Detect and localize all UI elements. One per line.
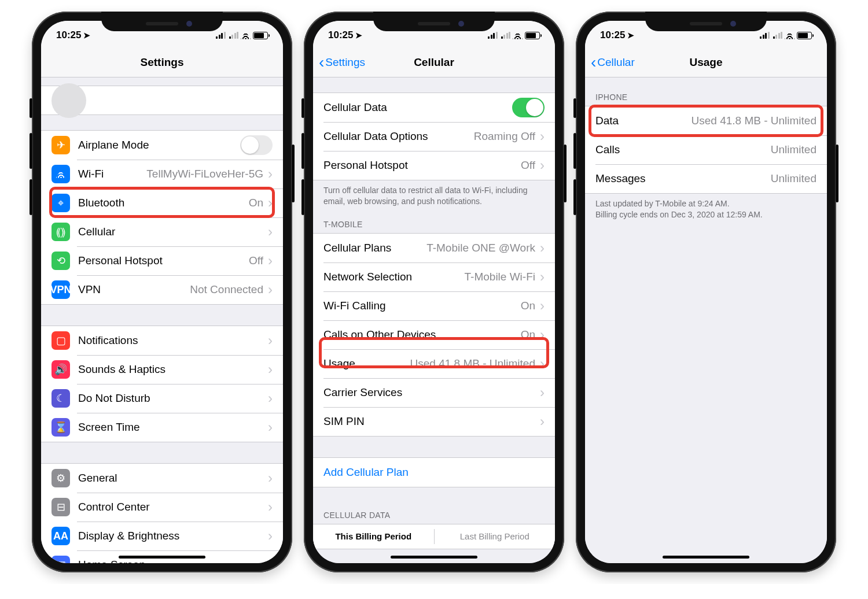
row-general[interactable]: ⚙ General › <box>41 464 283 493</box>
hotspot-icon: ⟲ <box>52 252 70 270</box>
row-calls[interactable]: Calls Unlimited <box>585 135 827 164</box>
vpn-label: VPN <box>78 283 101 296</box>
callsother-label: Calls on Other Devices <box>323 328 436 341</box>
row-usage[interactable]: Usage Used 41.8 MB - Unlimited › <box>313 349 555 378</box>
network-label: Network Selection <box>323 271 412 283</box>
usage-content[interactable]: IPHONE Data Used 41.8 MB - Unlimited Cal… <box>585 77 827 563</box>
home-indicator[interactable] <box>663 556 749 559</box>
signal2-icon <box>501 32 511 39</box>
controlcenter-label: Control Center <box>78 501 150 513</box>
row-add-plan[interactable]: Add Cellular Plan <box>313 458 555 487</box>
airplane-icon: ✈ <box>52 136 70 154</box>
chevron-right-icon: › <box>540 158 545 172</box>
chevron-right-icon: › <box>268 167 273 181</box>
billing-tabs[interactable]: This Billing Period Last Billing Period <box>313 524 555 549</box>
chevron-right-icon: › <box>268 558 273 563</box>
wificalling-value: On <box>521 300 535 312</box>
screentime-icon: ⌛ <box>52 418 70 437</box>
cellular-data-toggle[interactable] <box>512 98 545 117</box>
row-hotspot[interactable]: ⟲ Personal Hotspot Off › <box>41 246 283 275</box>
nav-bar: ‹Cellular Usage <box>585 47 827 77</box>
nav-bar: ‹Settings Cellular <box>313 47 555 77</box>
row-simpin[interactable]: SIM PIN › <box>313 407 555 436</box>
plans-label: Cellular Plans <box>323 242 391 254</box>
row-cellular-options[interactable]: Cellular Data Options Roaming Off › <box>313 122 555 151</box>
personal-hotspot-label: Personal Hotspot <box>323 159 408 172</box>
chevron-left-icon: ‹ <box>319 54 324 71</box>
wificalling-label: Wi-Fi Calling <box>323 300 386 312</box>
tab-this-period[interactable]: This Billing Period <box>313 531 434 541</box>
carrier-label: Carrier Services <box>323 386 402 399</box>
dnd-label: Do Not Disturb <box>78 392 150 405</box>
row-cellular[interactable]: ⸨⸩ Cellular › <box>41 217 283 246</box>
row-wificalling[interactable]: Wi-Fi Calling On › <box>313 291 555 320</box>
chevron-right-icon: › <box>540 241 545 255</box>
wifi-icon <box>513 32 523 39</box>
nav-title: Settings <box>41 56 283 69</box>
chevron-right-icon: › <box>268 471 273 485</box>
homescreen-icon: ▦ <box>52 556 70 563</box>
cellular-icon: ⸨⸩ <box>52 223 70 241</box>
cellular-options-label: Cellular Data Options <box>323 130 428 143</box>
add-plan-label: Add Cellular Plan <box>323 466 409 479</box>
usage-footer: Last updated by T-Mobile at 9:24 AM. Bil… <box>585 194 827 220</box>
cellular-content[interactable]: Cellular Data Cellular Data Options Roam… <box>313 77 555 563</box>
cellular-data-header: CELLULAR DATA <box>313 511 555 524</box>
chevron-right-icon: › <box>268 420 273 434</box>
bluetooth-value: On <box>249 197 263 209</box>
row-screentime[interactable]: ⌛ Screen Time › <box>41 413 283 442</box>
chevron-right-icon: › <box>268 283 273 297</box>
row-bluetooth[interactable]: ⌖ Bluetooth On › <box>41 188 283 217</box>
row-messages[interactable]: Messages Unlimited <box>585 164 827 193</box>
signal2-icon <box>773 32 783 39</box>
row-personal-hotspot[interactable]: Personal Hotspot Off › <box>313 151 555 180</box>
display-icon: AA <box>52 527 70 545</box>
calls-value: Unlimited <box>771 143 816 156</box>
usage-value: Used 41.8 MB - Unlimited <box>410 357 535 370</box>
wifi-label: Wi-Fi <box>78 168 104 180</box>
row-data[interactable]: Data Used 41.8 MB - Unlimited <box>585 106 827 135</box>
row-plans[interactable]: Cellular Plans T-Mobile ONE @Work › <box>313 234 555 262</box>
row-dnd[interactable]: ☾ Do Not Disturb › <box>41 384 283 413</box>
back-button[interactable]: ‹Cellular <box>591 54 635 71</box>
row-display[interactable]: AA Display & Brightness › <box>41 522 283 550</box>
settings-content[interactable]: ✈ Airplane Mode Wi-Fi TellMyWi-FiLoveHer… <box>41 77 283 563</box>
row-cellular-data[interactable]: Cellular Data <box>313 93 555 122</box>
row-network[interactable]: Network Selection T-Mobile Wi-Fi › <box>313 262 555 291</box>
row-callsother[interactable]: Calls on Other Devices On › <box>313 320 555 349</box>
usage-label: Usage <box>323 357 355 370</box>
row-sounds[interactable]: 🔊 Sounds & Haptics › <box>41 355 283 384</box>
tab-last-period[interactable]: Last Billing Period <box>435 531 556 541</box>
calls-label: Calls <box>595 143 620 156</box>
home-indicator[interactable] <box>391 556 477 559</box>
row-controlcenter[interactable]: ⊟ Control Center › <box>41 493 283 522</box>
row-profile[interactable] <box>41 86 283 114</box>
location-icon: ➤ <box>355 31 362 40</box>
row-vpn[interactable]: VPN VPN Not Connected › <box>41 275 283 304</box>
screentime-label: Screen Time <box>78 421 140 434</box>
battery-icon <box>797 32 812 39</box>
back-button[interactable]: ‹Settings <box>319 54 365 71</box>
chevron-right-icon: › <box>268 254 273 268</box>
signal-icon <box>216 32 226 39</box>
row-airplane-mode[interactable]: ✈ Airplane Mode <box>41 131 283 160</box>
row-wifi[interactable]: Wi-Fi TellMyWi-FiLoveHer-5G › <box>41 160 283 188</box>
cellular-data-label: Cellular Data <box>323 101 387 114</box>
notifications-label: Notifications <box>78 334 138 347</box>
vpn-icon: VPN <box>52 280 70 299</box>
chevron-right-icon: › <box>268 363 273 376</box>
sounds-label: Sounds & Haptics <box>78 363 165 376</box>
cellular-options-value: Roaming Off <box>474 130 535 143</box>
chevron-right-icon: › <box>540 299 545 313</box>
plans-value: T-Mobile ONE @Work <box>426 242 535 254</box>
sounds-icon: 🔊 <box>52 360 70 379</box>
back-label: Settings <box>325 56 365 69</box>
row-carrier[interactable]: Carrier Services › <box>313 378 555 407</box>
status-time: 10:25 <box>56 29 81 41</box>
status-time: 10:25 <box>328 29 353 41</box>
phone-usage: 10:25➤ ‹Cellular Usage IPHONE Data Used … <box>576 12 836 572</box>
home-indicator[interactable] <box>119 556 205 559</box>
row-notifications[interactable]: ▢ Notifications › <box>41 326 283 355</box>
airplane-toggle[interactable] <box>240 135 273 155</box>
data-label: Data <box>595 114 619 127</box>
